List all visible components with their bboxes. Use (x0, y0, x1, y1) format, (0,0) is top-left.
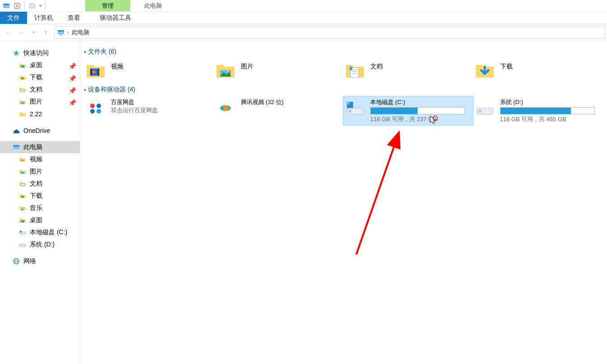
group-header-drives[interactable]: ▾ 设备和驱动器 (4) (84, 86, 602, 94)
folder-item-pictures[interactable]: 图片 (214, 59, 344, 82)
tencent-video-icon (216, 98, 235, 118)
drive-name: 系统 (D:) (500, 98, 599, 106)
svg-rect-5 (58, 30, 64, 32)
address-bar[interactable]: › 此电脑 (54, 26, 605, 39)
svg-rect-17 (23, 207, 23, 210)
sidebar-item-onedrive[interactable]: OneDrive (0, 124, 80, 136)
svg-rect-1 (3, 4, 9, 5)
sidebar-item-desktop-pc[interactable]: 桌面 (0, 214, 80, 226)
svg-point-37 (87, 100, 104, 116)
sidebar-label: 视频 (30, 155, 42, 164)
folder-icon (19, 168, 26, 175)
sidebar-item-quick-access[interactable]: 快速访问 (0, 47, 80, 59)
sidebar-label: 音乐 (30, 204, 42, 212)
drive-icon (475, 98, 495, 118)
folder-label: 下载 (500, 63, 513, 70)
ribbon-tab-view[interactable]: 查看 (60, 12, 87, 24)
folder-downloads-icon (475, 60, 495, 80)
svg-point-38 (90, 104, 95, 108)
folder-label: 图片 (241, 63, 253, 70)
svg-point-31 (227, 71, 229, 73)
sidebar-item-downloads-pc[interactable]: 下载 (0, 190, 80, 202)
sidebar-item-this-pc[interactable]: 此电脑 (0, 141, 80, 153)
pin-icon: 📌 (69, 75, 76, 82)
ribbon-context-tab-mgmt[interactable]: 管理 (85, 0, 130, 11)
sidebar-label: 系统 (D:) (30, 241, 55, 249)
pin-icon: 📌 (69, 99, 76, 106)
sidebar-item-downloads[interactable]: 下载 📌 (0, 71, 80, 83)
ribbon-tab-file[interactable]: 文件 (0, 12, 27, 24)
svg-rect-6 (60, 35, 62, 36)
nav-row: ← → ▾ ↑ › 此电脑 (0, 24, 607, 41)
sidebar-item-videos[interactable]: 视频 (0, 153, 80, 165)
group-header-drives-label: 设备和驱动器 (4) (88, 86, 135, 94)
drive-item-system-d[interactable]: 系统 (D:) 118 GB 可用，共 465 GB (473, 96, 603, 125)
sidebar-item-folder-222[interactable]: 2.22 (0, 108, 80, 120)
svg-rect-8 (21, 65, 24, 68)
breadcrumb-this-pc[interactable]: 此电脑 (72, 28, 89, 36)
sidebar-item-system-d[interactable]: 系统 (D:) (0, 238, 80, 250)
drive-freespace-text: 118 GB 可用，共 237 GB (370, 115, 469, 123)
folder-item-documents[interactable]: 文档 (343, 59, 473, 82)
svg-rect-47 (347, 102, 349, 105)
sidebar-item-documents[interactable]: 文档 📌 (0, 83, 80, 96)
star-icon (13, 50, 20, 57)
this-pc-icon (13, 144, 20, 151)
folder-icon (19, 74, 26, 81)
svg-rect-20 (20, 231, 22, 232)
ribbon-tabs: 文件 计算机 查看 驱动器工具 (0, 12, 607, 24)
group-header-folders[interactable]: ▾ 文件夹 (6) (84, 48, 602, 56)
folder-icon (19, 192, 26, 200)
pin-icon: 📌 (69, 87, 76, 94)
sidebar-item-network[interactable]: 网络 (0, 255, 80, 267)
sidebar-label: 图片 (30, 168, 42, 176)
pin-icon: 📌 (69, 63, 76, 70)
sidebar-label: OneDrive (23, 127, 50, 134)
nav-back-button[interactable]: ← (2, 26, 14, 39)
content-pane: ▾ 文件夹 (6) 视频 图片 文档 (80, 41, 607, 364)
folder-pictures-icon (216, 60, 235, 80)
network-icon (13, 258, 20, 265)
folder-item-downloads[interactable]: 下载 (473, 59, 603, 82)
nav-history-dropdown[interactable]: ▾ (27, 26, 40, 39)
sidebar-item-documents-pc[interactable]: 文档 (0, 177, 80, 190)
nav-up-button[interactable]: ↑ (40, 26, 52, 39)
drive-item-local-c[interactable]: 本地磁盘 (C:) 118 GB 可用，共 237 GB (343, 96, 473, 125)
svg-point-41 (97, 109, 101, 114)
sidebar-label: 图片 (30, 98, 42, 106)
qat-separator-2 (45, 2, 46, 10)
ribbon-tab-drive-tools[interactable]: 驱动器工具 (93, 12, 138, 24)
capacity-fill (371, 108, 418, 114)
svg-rect-21 (19, 244, 26, 246)
qat-separator (24, 2, 25, 10)
capacity-fill (501, 108, 571, 114)
sidebar-label: 网络 (23, 257, 36, 265)
baidu-netdisk-icon (86, 98, 106, 118)
properties-icon[interactable] (14, 2, 21, 9)
capacity-bar (370, 107, 465, 114)
sidebar-item-pictures[interactable]: 图片 📌 (0, 96, 80, 108)
folder-documents-icon (345, 60, 365, 80)
drive-item-baidu[interactable]: 百度网盘 双击运行百度网盘 (84, 96, 214, 125)
sidebar-item-desktop[interactable]: 桌面 📌 (0, 59, 80, 71)
nav-forward-button[interactable]: → (14, 26, 27, 39)
ribbon-tab-computer[interactable]: 计算机 (27, 12, 60, 24)
sidebar-item-music[interactable]: 音乐 (0, 202, 80, 214)
ribbon-tab-file-label: 文件 (7, 14, 20, 21)
sidebar-label: 2.22 (30, 110, 42, 118)
drive-item-tencent-video[interactable]: 腾讯视频 (32 位) (214, 96, 344, 125)
onedrive-icon (13, 127, 20, 134)
qat-dropdown-icon[interactable]: ▾ (39, 3, 41, 8)
this-pc-icon (57, 29, 64, 36)
sidebar-item-pictures-pc[interactable]: 图片 (0, 165, 80, 177)
drive-freespace-text: 118 GB 可用，共 465 GB (500, 115, 599, 123)
svg-rect-12 (13, 145, 19, 146)
nav-sidebar: 快速访问 桌面 📌 下载 📌 文档 📌 图片 📌 2.22 (0, 41, 80, 364)
svg-rect-36 (349, 67, 352, 70)
folder-icon (19, 180, 26, 187)
svg-rect-49 (478, 110, 481, 113)
drive-icon (345, 98, 365, 118)
group-header-folders-label: 文件夹 (6) (88, 48, 116, 56)
folder-item-videos[interactable]: 视频 (84, 59, 214, 82)
sidebar-item-local-c[interactable]: 本地磁盘 (C:) (0, 226, 80, 238)
